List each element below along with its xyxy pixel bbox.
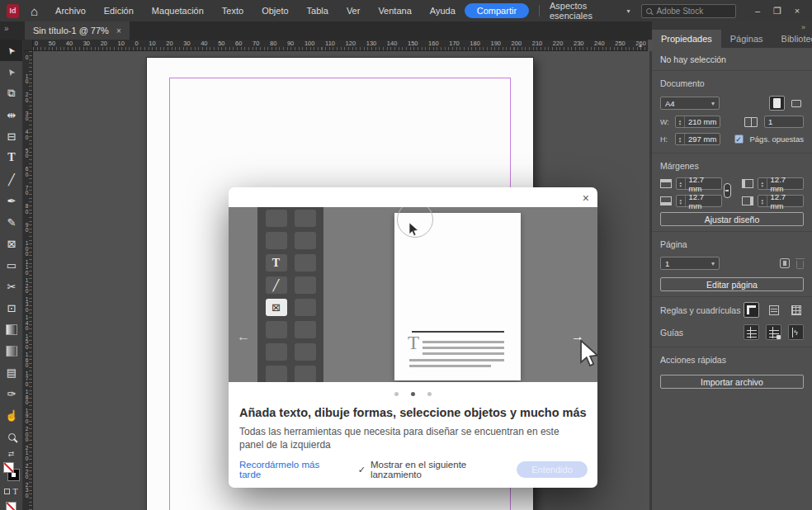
pen-tool[interactable]: ✒: [0, 190, 23, 211]
scissors-tool[interactable]: ✂: [0, 276, 23, 297]
gap-tool[interactable]: ⇹: [0, 104, 23, 125]
free-transform-tool[interactable]: ⊡: [0, 297, 23, 319]
orientation-landscape-button[interactable]: [788, 96, 804, 111]
menu-maquetación[interactable]: Maquetación: [143, 6, 213, 16]
tab-bibliotecas[interactable]: Bibliotecas: [772, 30, 812, 48]
margin-outside-value[interactable]: 12.7 mm: [767, 192, 803, 210]
ruler-origin-corner[interactable]: [23, 40, 33, 51]
rectangle-tool-icon: ▭: [7, 259, 17, 272]
delete-page-icon[interactable]: [796, 261, 804, 269]
adjust-layout-button[interactable]: Ajustar diseño: [660, 212, 804, 226]
carousel-dot[interactable]: [427, 392, 432, 396]
frame-tool[interactable]: ⊠: [0, 233, 23, 254]
minimize-button[interactable]: –: [748, 6, 767, 16]
menu-texto[interactable]: Texto: [213, 6, 253, 16]
menu-tabla[interactable]: Tabla: [298, 6, 338, 16]
stock-search-placeholder: Adobe Stock: [656, 7, 703, 16]
share-button[interactable]: Compartir: [465, 3, 529, 18]
lock-guides-button[interactable]: [766, 324, 781, 340]
baseline-grid-button[interactable]: [766, 302, 781, 318]
tab-close-icon[interactable]: ×: [116, 26, 121, 35]
margin-bottom-field[interactable]: ▴▾ 12.7 mm: [676, 195, 722, 207]
home-icon[interactable]: ⌂: [31, 5, 38, 17]
rectangle-tool[interactable]: ▭: [0, 254, 23, 276]
menu-archivo[interactable]: Archivo: [46, 6, 95, 16]
margin-top-field[interactable]: ▴▾ 12.7 mm: [676, 177, 722, 190]
note-tool[interactable]: ▤: [0, 361, 23, 383]
menu-edición[interactable]: Edición: [95, 6, 143, 16]
menu-ver[interactable]: Ver: [338, 6, 370, 16]
adobe-stock-search[interactable]: Adobe Stock: [641, 4, 736, 18]
vertical-ruler[interactable]: 01 02 03 04 05 06 07 08 09 01 0 01 1 01 …: [23, 51, 33, 510]
height-field[interactable]: ▴▾ 297 mm: [675, 133, 720, 145]
formatting-text-icon[interactable]: T: [12, 487, 17, 496]
dialog-close-icon[interactable]: ×: [583, 191, 589, 205]
carousel-prev-icon[interactable]: ←: [237, 329, 250, 344]
workspace-switcher[interactable]: Aspectos esenciales ▾: [550, 1, 630, 21]
horizontal-ruler[interactable]: 0504030201001020304050607080901001101201…: [33, 40, 648, 51]
show-next-launch-checkbox[interactable]: ✓ Mostrar en el siguiente lanzamiento: [358, 460, 517, 479]
carousel-dot[interactable]: [411, 392, 415, 396]
tab-páginas[interactable]: Páginas: [721, 30, 772, 48]
formatting-affects-row[interactable]: T: [0, 484, 22, 498]
stepper-icon[interactable]: ▴▾: [676, 134, 685, 144]
gradient-feather-tool[interactable]: [0, 340, 23, 361]
orientation-portrait-button[interactable]: [769, 96, 785, 111]
stepper-icon[interactable]: ▴▾: [676, 116, 685, 127]
margin-inside-value[interactable]: 12.7 mm: [767, 175, 803, 193]
smart-guides-button[interactable]: ϟ: [788, 324, 804, 340]
add-page-icon[interactable]: [780, 258, 790, 268]
restore-button[interactable]: ❐: [767, 6, 787, 17]
current-page-select[interactable]: 1 ▾: [660, 257, 720, 270]
content-collector-tool[interactable]: ⊟: [0, 125, 23, 147]
pages-count-value[interactable]: 1: [765, 117, 795, 126]
landscape-icon: [791, 100, 801, 107]
page-size-select[interactable]: A4 ▾: [660, 97, 720, 110]
mock-dropcap: T: [408, 333, 419, 352]
selection-tool[interactable]: ➤: [0, 40, 23, 61]
close-button[interactable]: ×: [787, 6, 807, 16]
swap-fill-stroke-icon[interactable]: ⇄: [0, 447, 22, 460]
margin-bottom-value[interactable]: 12.7 mm: [686, 192, 721, 210]
pages-count-field[interactable]: 1: [764, 116, 804, 128]
edit-page-button[interactable]: Editar página: [660, 277, 804, 291]
formatting-container-icon[interactable]: [4, 489, 10, 494]
fill-swatch-none[interactable]: [3, 462, 14, 473]
height-value[interactable]: 297 mm: [685, 135, 720, 144]
menu-objeto[interactable]: Objeto: [253, 6, 297, 16]
tab-propiedades[interactable]: Propiedades: [652, 30, 721, 48]
facing-pages-checkbox[interactable]: ✓: [734, 135, 744, 144]
margin-inside-field[interactable]: ▴▾ 12.7 mm: [758, 177, 804, 190]
frame-tool-thumb-icon: ⊠: [271, 301, 281, 314]
confirm-button[interactable]: Entendido: [517, 461, 588, 478]
apply-none-swatch[interactable]: [6, 502, 17, 510]
document-grid-button[interactable]: [788, 302, 804, 318]
color-theme-tool[interactable]: ✑: [0, 383, 23, 404]
hand-tool[interactable]: ☝: [0, 404, 23, 426]
direct-selection-tool[interactable]: ➤: [0, 61, 23, 83]
show-rulers-button[interactable]: [744, 302, 759, 318]
line-tool[interactable]: ╱: [0, 168, 23, 190]
menu-ayuda[interactable]: Ayuda: [421, 6, 465, 16]
pencil-tool[interactable]: ✎: [0, 211, 23, 233]
fill-stroke-swatches[interactable]: [0, 460, 23, 484]
page-tool[interactable]: ⧉: [0, 83, 23, 104]
import-file-button[interactable]: Importar archivo: [660, 375, 804, 389]
width-field[interactable]: ▴▾ 210 mm: [675, 116, 720, 128]
remind-later-link[interactable]: Recordármelo más tarde: [239, 460, 342, 479]
show-guides-button[interactable]: [744, 324, 759, 340]
panel-collapse-icon[interactable]: »: [4, 24, 9, 33]
ruler-scroll-icon[interactable]: ▴: [639, 41, 642, 49]
zoom-tool[interactable]: [0, 426, 23, 447]
link-margins-icon[interactable]: [724, 183, 731, 198]
mock-text-line: [423, 341, 504, 343]
margin-top-value[interactable]: 12.7 mm: [686, 175, 721, 193]
direct-selection-tool-icon: ➤: [5, 65, 18, 78]
document-tab[interactable]: Sin título-1 @ 77% ×: [25, 21, 130, 40]
margin-outside-field[interactable]: ▴▾ 12.7 mm: [758, 195, 804, 207]
type-tool[interactable]: T: [0, 147, 23, 168]
carousel-dot[interactable]: [394, 392, 399, 396]
menu-ventana[interactable]: Ventana: [369, 6, 420, 16]
gradient-tool[interactable]: [0, 319, 23, 340]
width-value[interactable]: 210 mm: [685, 117, 720, 126]
